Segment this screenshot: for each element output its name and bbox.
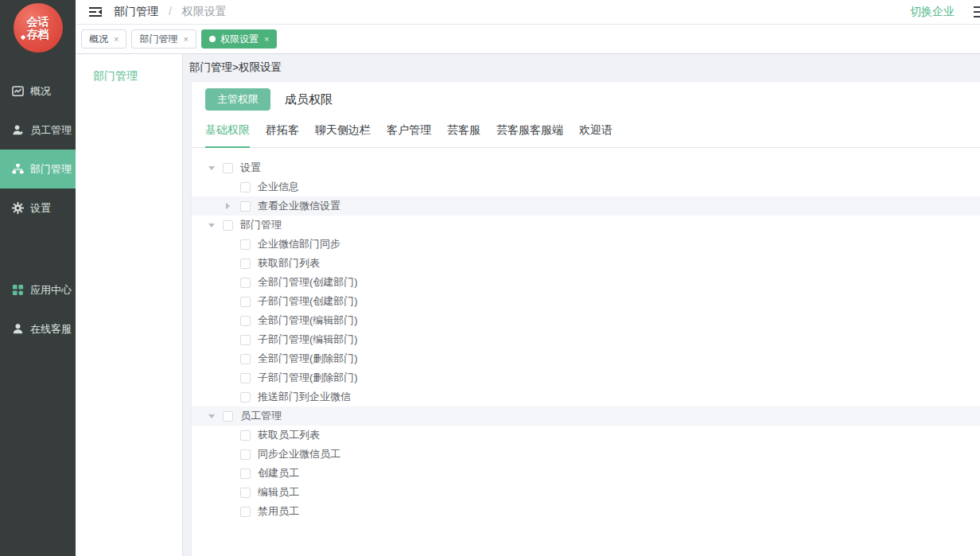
- gear-icon: [11, 202, 24, 215]
- checkbox[interactable]: [240, 430, 251, 441]
- sidebar-item-online-support[interactable]: 在线客服: [0, 309, 76, 348]
- perm-tab-basic-permissions[interactable]: 基础权限: [205, 123, 250, 147]
- sidebar-item-employees[interactable]: 员工管理: [0, 111, 76, 150]
- tree-node-label: 子部门管理(编辑部门): [258, 332, 358, 347]
- checkbox[interactable]: [240, 201, 251, 212]
- tree-node-label: 同步企业微信员工: [258, 447, 340, 461]
- logo-text-line2: 存档: [27, 28, 49, 41]
- department-panel-item-departments[interactable]: 部门管理: [76, 54, 182, 84]
- role-tab-member[interactable]: 成员权限: [285, 92, 332, 107]
- close-icon[interactable]: ×: [114, 34, 119, 44]
- tree-node[interactable]: 创建员工: [192, 464, 980, 483]
- tree-node-label: 禁用员工: [258, 504, 299, 519]
- tree-node[interactable]: 设置: [192, 158, 980, 177]
- apps-icon: [11, 284, 24, 297]
- tab-departments[interactable]: 部门管理 ×: [131, 29, 196, 49]
- sidebar-item-label: 应用中心: [30, 283, 72, 297]
- perm-tab-yun-kefu-client[interactable]: 芸客服客服端: [496, 123, 563, 147]
- tree-node[interactable]: 全部门管理(编辑部门): [192, 311, 980, 330]
- tab-overview[interactable]: 概况 ×: [81, 29, 126, 49]
- tree-node-label: 全部门管理(编辑部门): [258, 313, 358, 328]
- tree-node-label: 部门管理: [240, 218, 282, 232]
- close-icon[interactable]: ×: [183, 34, 188, 44]
- perm-tab-chat-sidebar[interactable]: 聊天侧边栏: [315, 123, 371, 147]
- permission-category-tabs: 基础权限 群拓客 聊天侧边栏 客户管理 芸客服 芸客服客服端 欢迎语: [192, 123, 980, 148]
- checkbox[interactable]: [240, 239, 251, 250]
- tree-node[interactable]: 员工管理: [192, 406, 980, 426]
- sidebar-item-label: 在线客服: [30, 322, 72, 336]
- checkbox[interactable]: [240, 278, 251, 288]
- app-root: 会话 存档 概况 员工管理 部门管理 设置 应用中心 在线客服: [0, 0, 980, 556]
- perm-tab-welcome-message[interactable]: 欢迎语: [579, 123, 612, 147]
- breadcrumb-parent[interactable]: 部门管理: [114, 5, 158, 17]
- tree-node[interactable]: 查看企业微信设置: [192, 196, 980, 216]
- checkbox[interactable]: [223, 163, 233, 173]
- checkbox[interactable]: [240, 297, 251, 307]
- sidebar-menu: 概况 员工管理 部门管理 设置 应用中心 在线客服: [0, 72, 76, 348]
- sidebar-item-label: 设置: [30, 201, 51, 216]
- sidebar-item-overview[interactable]: 概况: [0, 72, 76, 111]
- checkbox[interactable]: [240, 469, 251, 479]
- role-tabs: 主管权限成员权限: [192, 88, 980, 111]
- caret-right-icon[interactable]: [226, 203, 230, 209]
- switch-company-link[interactable]: 切换企业: [910, 5, 955, 19]
- sparkle-icon: [20, 35, 25, 41]
- tab-label: 权限设置: [220, 33, 259, 46]
- tree-node-label: 全部门管理(删除部门): [258, 352, 358, 366]
- sidebar-item-settings[interactable]: 设置: [0, 189, 76, 227]
- breadcrumb-separator: /: [169, 5, 172, 17]
- tree-node[interactable]: 子部门管理(创建部门): [192, 292, 980, 311]
- tree-node-label: 企业微信部门同步: [258, 237, 340, 251]
- caret-down-icon[interactable]: [208, 166, 215, 170]
- logo-circle: 会话 存档: [14, 3, 63, 52]
- tree-node[interactable]: 企业信息: [192, 177, 980, 196]
- tree-node[interactable]: 全部门管理(创建部门): [192, 273, 980, 292]
- caret-down-icon[interactable]: [208, 414, 215, 418]
- perm-tab-customer-mgmt[interactable]: 客户管理: [387, 123, 431, 147]
- sidebar-item-label: 概况: [30, 84, 51, 99]
- checkbox[interactable]: [223, 411, 233, 422]
- tab-permission-settings[interactable]: 权限设置 ×: [201, 29, 277, 49]
- checkbox[interactable]: [240, 354, 251, 364]
- tree-node-label: 编辑员工: [258, 485, 299, 500]
- tab-label: 部门管理: [139, 33, 177, 46]
- sidebar-item-label: 员工管理: [30, 123, 72, 138]
- tree-node[interactable]: 推送部门到企业微信: [192, 387, 980, 406]
- checkbox[interactable]: [240, 373, 251, 383]
- checkbox[interactable]: [240, 488, 251, 498]
- perm-tab-group-expansion[interactable]: 群拓客: [266, 123, 299, 147]
- tree-node[interactable]: 获取员工列表: [192, 426, 980, 445]
- checkbox[interactable]: [240, 449, 251, 460]
- tree-node-label: 获取员工列表: [258, 428, 320, 442]
- checkbox[interactable]: [223, 220, 233, 231]
- checkbox[interactable]: [240, 316, 251, 326]
- breadcrumb: 部门管理 / 权限设置: [114, 5, 227, 19]
- support-icon: [11, 323, 24, 336]
- tree-node[interactable]: 企业微信部门同步: [192, 235, 980, 254]
- tree-node[interactable]: 禁用员工: [192, 502, 980, 521]
- tree-node-label: 获取部门列表: [258, 256, 320, 270]
- tree-node[interactable]: 部门管理: [192, 216, 980, 235]
- checkbox[interactable]: [240, 335, 251, 345]
- checkbox[interactable]: [240, 392, 251, 402]
- caret-down-icon[interactable]: [208, 224, 215, 227]
- tree-node[interactable]: 同步企业微信员工: [192, 445, 980, 464]
- tree-node[interactable]: 全部门管理(删除部门): [192, 349, 980, 368]
- hamburger-icon[interactable]: [974, 6, 980, 17]
- collapse-menu-icon[interactable]: [89, 6, 102, 17]
- active-dot: [209, 36, 216, 42]
- tree-node[interactable]: 子部门管理(编辑部门): [192, 330, 980, 349]
- sidebar-item-departments[interactable]: 部门管理: [0, 150, 76, 189]
- tree-node[interactable]: 编辑员工: [192, 483, 980, 502]
- sidebar: 会话 存档 概况 员工管理 部门管理 设置 应用中心 在线客服: [0, 0, 76, 556]
- checkbox[interactable]: [240, 259, 251, 269]
- tree-node-label: 子部门管理(删除部门): [258, 371, 358, 385]
- checkbox[interactable]: [240, 182, 251, 192]
- perm-tab-yun-kefu[interactable]: 芸客服: [447, 123, 480, 147]
- role-tab-supervisor[interactable]: 主管权限: [205, 88, 270, 111]
- sidebar-item-app-center[interactable]: 应用中心: [0, 270, 76, 309]
- tree-node[interactable]: 子部门管理(删除部门): [192, 368, 980, 387]
- checkbox[interactable]: [240, 507, 251, 517]
- close-icon[interactable]: ×: [264, 34, 269, 44]
- tree-node[interactable]: 获取部门列表: [192, 254, 980, 273]
